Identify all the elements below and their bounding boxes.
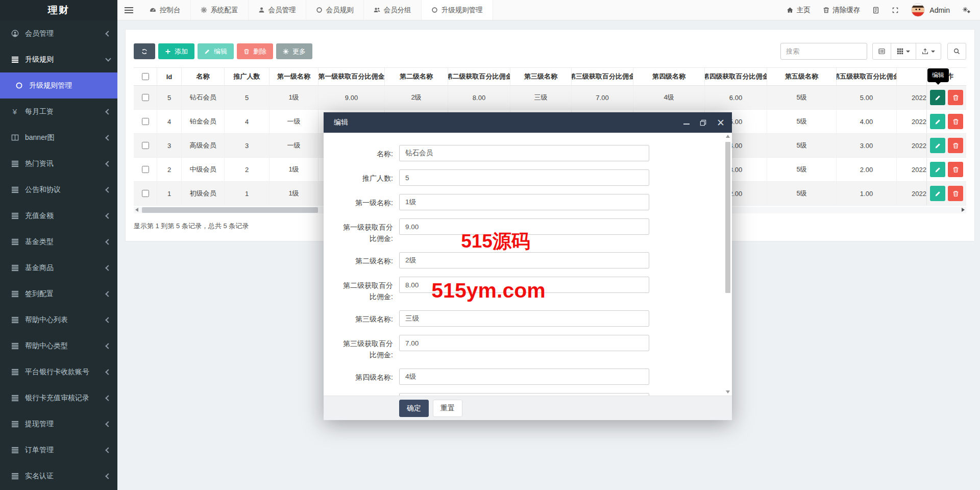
scroll-right-arrow-icon[interactable] — [962, 208, 965, 212]
columns-icon — [9, 134, 20, 141]
sidebar-item[interactable]: 订单管理 — [0, 437, 117, 463]
edit-button[interactable]: 编辑 — [198, 43, 234, 59]
row-edit-button[interactable] — [930, 186, 945, 201]
scroll-left-arrow-icon[interactable] — [135, 208, 138, 212]
dialog-scrollbar[interactable] — [725, 134, 731, 395]
field-input[interactable] — [399, 169, 649, 186]
row-delete-button[interactable] — [948, 138, 963, 153]
home-link[interactable]: 主页 — [787, 6, 811, 15]
sidebar-item[interactable]: 提现管理 — [0, 411, 117, 437]
fullscreen-button[interactable] — [892, 7, 899, 14]
row-delete-button[interactable] — [948, 114, 963, 129]
sidebar-item[interactable]: 热门资讯 — [0, 151, 117, 177]
pencil-icon — [935, 190, 941, 197]
chevron-left-icon — [105, 317, 110, 323]
select-all-checkbox[interactable] — [142, 73, 149, 80]
gears-icon — [962, 6, 971, 14]
field-input[interactable] — [399, 194, 649, 210]
sidebar-toggle-button[interactable] — [117, 0, 140, 20]
detail-view-button[interactable] — [872, 43, 891, 60]
table-row[interactable]: 5钻石会员51级9.002级8.00三级7.004级6.005级5.002022 — [134, 86, 966, 110]
field-input[interactable] — [399, 145, 649, 161]
sidebar-item-label: 帮助中心类型 — [25, 341, 105, 351]
table-cell: 1.00 — [837, 182, 897, 205]
search-button[interactable] — [947, 43, 966, 60]
minimize-icon[interactable] — [683, 120, 690, 125]
user-menu[interactable]: Admin — [911, 3, 950, 17]
close-icon[interactable]: ✕ — [717, 118, 725, 128]
more-button[interactable]: 更多 — [276, 43, 312, 59]
sidebar-item[interactable]: 充值金额 — [0, 203, 117, 229]
sidebar-item[interactable]: 帮助中心列表 — [0, 307, 117, 333]
sidebar-item[interactable]: 基金商品 — [0, 255, 117, 281]
field-input[interactable] — [399, 369, 649, 385]
row-delete-button[interactable] — [948, 162, 963, 177]
sidebar-item[interactable]: banner图 — [0, 125, 117, 151]
sidebar-item[interactable]: 帮助中心类型 — [0, 333, 117, 359]
tab-会员分组[interactable]: 会员分组 — [364, 0, 422, 20]
trash-icon — [243, 48, 250, 55]
row-actions — [926, 86, 966, 109]
reset-button[interactable]: 重置 — [433, 400, 462, 417]
sidebar-item[interactable]: 升级规则管理 — [0, 72, 117, 99]
row-edit-button[interactable] — [930, 162, 945, 177]
refresh-button[interactable] — [134, 43, 155, 59]
row-edit-button[interactable] — [930, 138, 945, 153]
field-input[interactable] — [399, 335, 649, 351]
row-edit-button[interactable] — [930, 114, 945, 129]
field-input[interactable] — [399, 310, 649, 327]
tab-控制台[interactable]: 控制台 — [140, 0, 191, 20]
tab-会员规则[interactable]: 会员规则 — [306, 0, 364, 20]
delete-button[interactable]: 删除 — [237, 43, 273, 59]
tab-会员管理[interactable]: 会员管理 — [249, 0, 306, 20]
dialog-title: 编辑 — [334, 118, 348, 127]
search-input[interactable] — [780, 43, 867, 60]
scroll-up-arrow-icon[interactable] — [726, 135, 730, 138]
export-button[interactable] — [916, 43, 941, 60]
document-button[interactable] — [872, 7, 879, 14]
row-checkbox[interactable] — [142, 166, 149, 173]
pencil-icon — [935, 118, 941, 125]
tab-系统配置[interactable]: 系统配置 — [191, 0, 249, 20]
sidebar-item[interactable]: 平台银行卡收款账号 — [0, 359, 117, 385]
maximize-icon[interactable] — [700, 119, 706, 126]
column-header: 推广人数 — [225, 68, 270, 85]
sidebar-item-label: 充值金额 — [25, 211, 105, 220]
sidebar-item[interactable]: 公告和协议 — [0, 177, 117, 203]
sidebar-item[interactable]: 基金类型 — [0, 229, 117, 255]
sidebar-item[interactable]: ¥每月工资 — [0, 99, 117, 125]
row-delete-button[interactable] — [948, 90, 963, 105]
row-edit-button[interactable] — [930, 90, 945, 105]
table-cell: 1 — [157, 182, 182, 205]
columns-button[interactable] — [891, 43, 916, 60]
sidebar-item[interactable]: 签到配置 — [0, 281, 117, 307]
sidebar-item[interactable]: 银行卡充值审核记录 — [0, 385, 117, 411]
row-delete-button[interactable] — [948, 186, 963, 201]
scrollbar-thumb[interactable] — [725, 142, 730, 293]
scroll-down-arrow-icon[interactable] — [726, 390, 730, 394]
row-checkbox[interactable] — [142, 118, 149, 125]
settings-button[interactable] — [962, 6, 971, 14]
sidebar-item[interactable]: 实名认证 — [0, 463, 117, 489]
tab-label: 系统配置 — [211, 6, 238, 15]
field-label: 第一级名称: — [324, 194, 399, 210]
pencil-icon — [935, 166, 941, 173]
field-input[interactable] — [399, 252, 649, 268]
add-button[interactable]: 添加 — [158, 43, 194, 59]
sidebar-item[interactable]: 升级规则 — [0, 46, 117, 72]
dialog-header[interactable]: 编辑 ✕ — [324, 112, 732, 133]
row-checkbox[interactable] — [142, 142, 149, 149]
chevron-left-icon — [105, 344, 110, 349]
edit-tooltip: 编辑 — [927, 68, 949, 82]
scrollbar-thumb[interactable] — [142, 207, 318, 213]
row-checkbox[interactable] — [142, 190, 149, 197]
tab-升级规则管理[interactable]: 升级规则管理 — [422, 0, 493, 20]
clear-cache-link[interactable]: 清除缓存 — [823, 6, 861, 15]
confirm-button[interactable]: 确定 — [399, 400, 429, 417]
add-button-label: 添加 — [175, 47, 188, 56]
row-actions — [926, 110, 966, 133]
sidebar-item[interactable]: 会员管理 — [0, 20, 117, 46]
field-input[interactable] — [399, 393, 649, 396]
row-checkbox[interactable] — [142, 94, 149, 101]
field-label: 第三级名称: — [324, 310, 399, 327]
